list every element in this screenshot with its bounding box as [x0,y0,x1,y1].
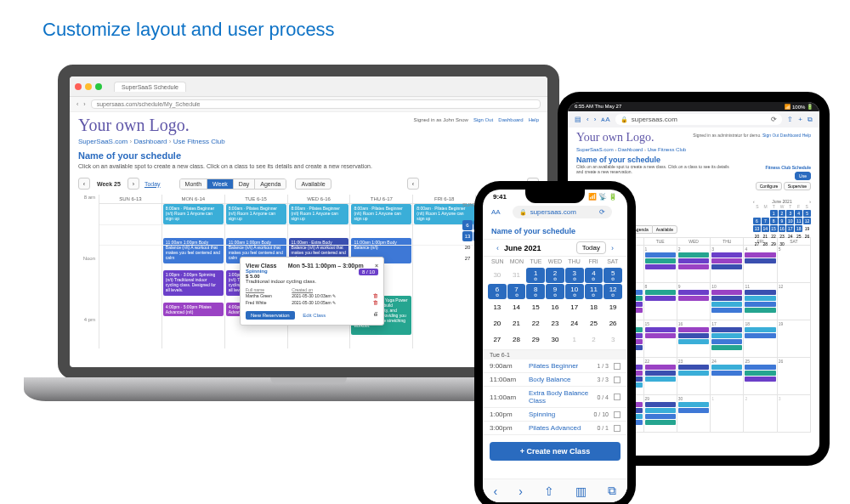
new-tab-icon[interactable]: + [798,116,802,123]
dashboard-link[interactable]: Dashboard [498,117,523,122]
phone-month-day[interactable]: 25 [585,316,604,331]
phone-month-day[interactable]: 21 [507,316,526,331]
calendar-event[interactable] [678,371,709,376]
month-cell[interactable]: 26 [778,358,811,395]
class-list-row[interactable]: 3:00pmPilates Advanced0 / 1 [483,422,627,435]
browser-tab[interactable]: SuperSaaS Schedule [114,82,186,92]
month-cell[interactable]: 22 [644,358,677,395]
text-size-icon[interactable]: ᴀA [601,116,609,123]
day-column[interactable] [99,204,162,348]
calendar-event[interactable] [645,365,676,370]
calendar-event[interactable] [645,296,676,301]
day-column[interactable]: 8:00am · Pilates Beginner (n/t) Room 1 A… [162,204,225,348]
print-icon[interactable]: 🖨 [373,311,378,316]
class-list-row[interactable]: 9:00amPilates Beginner1 / 3 [483,360,627,373]
month-cell[interactable]: 24 [711,358,744,395]
phone-month-day[interactable]: 2✿ [546,268,564,283]
calendar-event[interactable] [711,327,742,332]
delete-attendee-icon[interactable]: 🗑 [373,292,378,299]
phone-month-day[interactable]: 6✿ [488,284,507,299]
phone-month-day[interactable]: 22 [526,316,545,331]
mini-day[interactable]: 13 [462,231,473,241]
calendar-event[interactable] [745,377,775,382]
sidebar-icon[interactable]: ▤ [575,116,581,123]
phone-month-day[interactable]: 29 [526,332,545,348]
phone-month-day[interactable]: 27 [488,332,507,348]
month-cell[interactable]: 1 [644,246,677,283]
forward-icon[interactable]: › [518,484,523,498]
phone-month-day[interactable]: 8✿ [526,284,545,299]
phone-month-day[interactable]: 19 [604,300,622,315]
reload-icon[interactable]: ⟳ [771,116,777,123]
prev-month-button[interactable]: ‹ [491,242,504,254]
crumb-1[interactable]: Dashboard [133,138,167,145]
month-cell[interactable]: 25 [744,358,777,395]
class-list-row[interactable]: 1:00pmSpinning0 / 10 [483,408,627,422]
calendar-event[interactable] [645,264,676,269]
calendar-event[interactable] [711,365,742,370]
phone-month-day[interactable]: 5✿ [604,268,622,283]
phone-month-day[interactable]: 7✿ [507,284,526,299]
next-month-button[interactable]: › [606,242,619,254]
calendar-event[interactable] [711,333,742,338]
calendar-event[interactable] [645,402,676,407]
calendar-event[interactable] [678,365,709,370]
phone-month-day[interactable]: 11✿ [585,284,604,299]
crumb-2[interactable]: Use Fitness Club [173,138,225,145]
calendar-event[interactable]: 4:00pm · 5:00pm Pilates Advanced (n/t) [163,303,224,316]
calendar-event[interactable] [711,371,742,376]
signout-link[interactable]: Sign Out [762,133,779,138]
calendar-event[interactable]: 8:00am · Pilates Beginner (n/t) Room 1 A… [226,204,286,224]
text-size-icon[interactable]: AA [491,208,501,216]
month-cell[interactable]: 15 [644,320,677,358]
share-icon[interactable]: ⇧ [544,484,554,498]
phone-month-day[interactable]: 20 [488,316,507,331]
month-cell[interactable]: 30 [677,395,711,433]
month-cell[interactable]: 23 [677,358,711,395]
tabs-icon[interactable]: ⧉ [608,484,616,498]
mini-day[interactable]: 20 [462,242,473,252]
phone-month-day[interactable]: 1 [565,332,584,348]
popup-close-icon[interactable]: × [375,263,378,269]
phone-month-day[interactable]: 14 [507,300,526,315]
month-cell[interactable]: 29 [644,395,677,433]
window-max-dot[interactable] [95,83,102,90]
calendar-event[interactable] [711,296,742,301]
calendar-event[interactable]: 8:00am · Pilates Beginner (n/t) Room 1 A… [351,204,411,224]
signout-link[interactable]: Sign Out [473,117,493,122]
phone-month-day[interactable]: 15 [526,300,545,315]
back-icon[interactable]: ‹ [586,116,589,123]
month-cell[interactable]: 5 [778,246,811,283]
help-link[interactable]: Help [802,133,811,138]
mini-day[interactable]: 6 [462,220,473,230]
calendar-event[interactable] [711,290,742,295]
mini-day[interactable]: 27 [462,253,473,263]
month-cell[interactable]: 18 [744,320,777,358]
reload-icon[interactable]: ⟳ [599,208,605,216]
calendar-event[interactable] [678,290,709,295]
month-cell[interactable]: 3 [711,246,744,283]
phone-month-day[interactable]: 9✿ [546,284,564,299]
calendar-event[interactable] [645,290,676,295]
calendar-event[interactable]: 1:00pm · 3:00pm Spinning (n/t) Tradition… [163,270,224,296]
phone-month-day[interactable]: 30 [488,268,507,283]
calendar-event[interactable] [678,327,709,332]
tablet-url-field[interactable]: 🔒 supersaas.com ⟳ [615,114,783,125]
calendar-event[interactable] [645,414,676,419]
calendar-event[interactable] [711,258,742,263]
phone-url-field[interactable]: 🔒 supersaas.com ⟳ [513,206,612,218]
calendar-event[interactable] [745,365,775,370]
month-cell[interactable]: 4 [744,246,777,283]
calendar-event[interactable] [678,258,709,263]
calendar-event[interactable] [745,290,775,295]
calendar-event[interactable] [745,327,775,332]
calendar-event[interactable] [711,308,742,313]
window-close-dot[interactable] [75,83,82,90]
dashboard-link[interactable]: Dashboard [780,133,801,138]
phone-month-day[interactable]: 1✿ [526,268,545,283]
calendar-event[interactable] [678,296,709,301]
view-available[interactable]: Available [652,225,677,234]
month-cell[interactable]: 2 [744,395,777,433]
phone-month-day[interactable]: 17 [565,300,584,315]
month-cell[interactable]: 16 [677,320,711,358]
